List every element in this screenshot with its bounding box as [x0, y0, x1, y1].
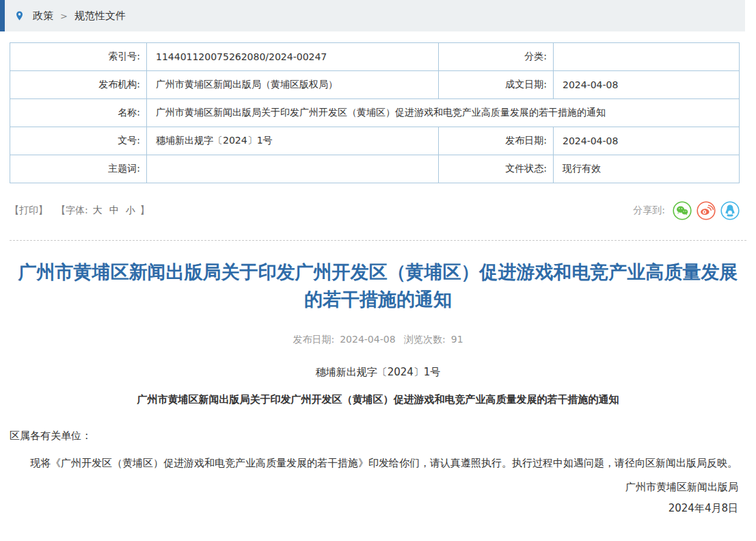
issuing-agency-label: 发布机构: [10, 71, 147, 99]
body-paragraph: 现将《广州开发区（黄埔区）促进游戏和电竞产业高质量发展的若干措施》印发给你们，请… [10, 451, 740, 475]
breadcrumb-item-policy[interactable]: 政策 [33, 10, 53, 23]
table-row: 文号: 穗埔新出规字〔2024〕1号 发布日期: 2024-04-08 [10, 127, 740, 155]
written-date-value: 2024-04-08 [554, 71, 740, 99]
toolbar: 【打印】 【字体: 大 中 小 】 分享到: [10, 200, 740, 222]
table-row: 名称: 广州市黄埔区新闻出版局关于印发广州开发区（黄埔区）促进游戏和电竞产业高质… [10, 99, 740, 127]
breadcrumb-separator: > [60, 11, 68, 21]
written-date-label: 成文日期: [439, 71, 554, 99]
weibo-share-icon[interactable] [697, 201, 716, 220]
document-number: 穗埔新出规字〔2024〕1号 [0, 366, 756, 379]
breadcrumb-item-normative-docs[interactable]: 规范性文件 [75, 10, 126, 23]
publish-date-text: 2024-04-08 [340, 334, 395, 345]
index-number-label: 索引号: [10, 43, 147, 71]
signature-agency: 广州市黄埔区新闻出版局 [0, 481, 756, 494]
location-pin-icon [14, 10, 25, 22]
page-title: 广州市黄埔区新闻出版局关于印发广州开发区（黄埔区）促进游戏和电竞产业高质量发展的… [16, 259, 740, 313]
qq-share-icon[interactable] [720, 201, 740, 220]
breadcrumb-bar: 政策 > 规范性文件 [0, 0, 745, 31]
print-font-controls: 【打印】 【字体: 大 中 小 】 [10, 204, 150, 217]
publish-date-caption: 发布日期: [293, 334, 334, 345]
name-label: 名称: [10, 99, 147, 127]
table-row: 发布机构: 广州市黄埔区新闻出版局（黄埔区版权局） 成文日期: 2024-04-… [10, 71, 740, 99]
share-label: 分享到: [633, 204, 665, 217]
accent-bar [0, 0, 5, 31]
name-value: 广州市黄埔区新闻出版局关于印发广州开发区（黄埔区）促进游戏和电竞产业高质量发展的… [147, 99, 740, 127]
table-row: 索引号: 114401120075262080/2024-00247 分类: [10, 43, 740, 71]
font-size-prefix: 【字体: [56, 204, 88, 217]
keywords-label: 主题词: [10, 155, 147, 183]
print-button[interactable]: 【打印】 [10, 204, 48, 217]
keywords-value [147, 155, 439, 183]
font-size-large-button[interactable]: 大 [93, 204, 103, 217]
article-meta: 发布日期:2024-04-08 浏览次数:91 [0, 334, 756, 346]
category-label: 分类: [439, 43, 554, 71]
table-row: 主题词: 文件状态: 现行有效 [10, 155, 740, 183]
font-size-small-button[interactable]: 小 [126, 204, 135, 217]
doc-symbol-value: 穗埔新出规字〔2024〕1号 [147, 127, 439, 155]
font-size-suffix: 】 [140, 204, 150, 217]
font-size-medium-button[interactable]: 中 [109, 204, 119, 217]
wechat-share-icon[interactable] [673, 201, 692, 220]
divider [10, 240, 746, 241]
category-value [554, 43, 740, 71]
issuing-agency-value: 广州市黄埔区新闻出版局（黄埔区版权局） [147, 71, 439, 99]
share-controls: 分享到: [633, 201, 740, 220]
publish-date-value: 2024-04-08 [554, 127, 740, 155]
page: 政策 > 规范性文件 索引号: 114401120075262080/2024-… [0, 0, 756, 515]
salutation: 区属各有关单位： [10, 424, 740, 447]
publish-date-label: 发布日期: [439, 127, 554, 155]
views-count: 91 [451, 334, 463, 345]
file-status-label: 文件状态: [439, 155, 554, 183]
doc-symbol-label: 文号: [10, 127, 147, 155]
file-status-value: 现行有效 [554, 155, 740, 183]
signature-date: 2024年4月8日 [0, 502, 756, 515]
views-caption: 浏览次数: [404, 334, 446, 345]
index-number-value: 114401120075262080/2024-00247 [147, 43, 439, 71]
document-body: 区属各有关单位： 现将《广州开发区（黄埔区）促进游戏和电竞产业高质量发展的若干措… [10, 424, 740, 475]
document-meta-table: 索引号: 114401120075262080/2024-00247 分类: 发… [10, 42, 740, 183]
document-title: 广州市黄埔区新闻出版局关于印发广州开发区（黄埔区）促进游戏和电竞产业高质量发展的… [0, 393, 756, 406]
breadcrumb: 政策 > 规范性文件 [33, 10, 126, 23]
